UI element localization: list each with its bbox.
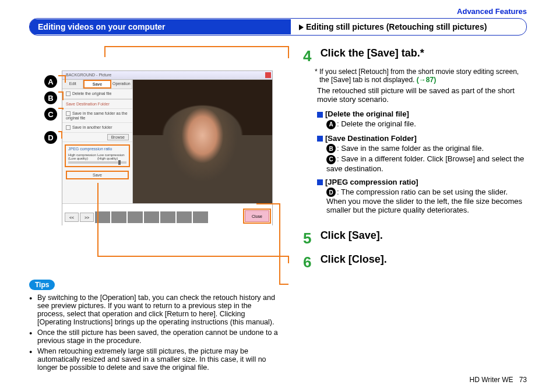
close-button[interactable]: Close (245, 210, 269, 222)
panel-tabs: Edit Save Operation (62, 80, 132, 89)
window-titlebar: BACKGROUND - Picture (62, 71, 272, 80)
tab-save[interactable]: Save (83, 80, 111, 89)
preview-area (133, 80, 272, 203)
strip-prev[interactable]: << (65, 213, 79, 222)
tip-item: When retouching extremely large still pi… (37, 347, 280, 372)
step-title: Click [Save]. (321, 229, 383, 241)
jpeg-section: JPEG compression ratio High compression … (65, 144, 130, 167)
page-footer: HD Writer WE 73 (470, 376, 527, 384)
callout-c: C (44, 108, 57, 121)
page-number: 73 (519, 376, 527, 384)
callout-d: D (44, 131, 57, 144)
compression-slider[interactable] (68, 161, 126, 164)
title-right: Editing still pictures (Retouching still… (291, 19, 526, 34)
thumbnail-strip: << >> Close (62, 203, 272, 231)
thumbnail[interactable] (111, 211, 126, 223)
option-delete-heading: [Delete the original file] (303, 110, 527, 118)
step-number: 6 (303, 253, 318, 271)
callout-b: B (44, 91, 57, 104)
row-same-label: Save in the same folder as the original … (66, 111, 128, 120)
thumbnail[interactable] (177, 211, 192, 223)
option-dest-body1: B: Save in the same folder as the origin… (303, 144, 527, 154)
option-dest-heading: [Save Destination Folder] (303, 134, 527, 143)
thumbnail[interactable] (193, 211, 208, 223)
row-delete-label: Delete the original file (72, 91, 111, 96)
tab-operation[interactable]: Operation (111, 80, 132, 89)
option-jpeg-body: D: The compression ratio can be set usin… (303, 188, 527, 215)
thumbnail[interactable] (144, 211, 159, 223)
play-icon (299, 24, 304, 30)
option-delete-body: A: Delete the original file. (303, 119, 527, 129)
bullet-icon (317, 112, 323, 118)
ref-a-icon: A (326, 120, 336, 129)
step-5: 5 Click [Save]. (303, 229, 527, 248)
thumbnail[interactable] (95, 211, 110, 223)
step-number: 5 (303, 229, 318, 248)
step-body: The retouched still picture will be save… (303, 86, 527, 104)
strip-next[interactable]: >> (80, 213, 94, 222)
row-delete-original[interactable]: Delete the original file (62, 89, 132, 99)
close-button-highlight: Close (243, 209, 271, 224)
page-link[interactable]: (→87) (417, 76, 436, 84)
checkbox-icon[interactable] (66, 91, 71, 96)
title-left: Editing videos on your computer (30, 19, 291, 34)
step-title: Click [Close]. (321, 253, 387, 265)
row-same-folder[interactable]: Save in the same folder as the original … (62, 109, 132, 123)
left-column: A B C D BACKGROUND - Picture Edit Save O… (29, 47, 280, 277)
radio-icon[interactable] (66, 125, 71, 130)
window-title-text: BACKGROUND - Picture (66, 73, 111, 77)
window-close-icon[interactable] (265, 72, 271, 78)
row-dest-header: Save Destination Folder (62, 99, 132, 109)
product-name: HD Writer WE (470, 376, 513, 384)
ref-b-icon: B (326, 144, 336, 153)
title-bar: Editing videos on your computer Editing … (29, 18, 527, 36)
row-other-folder[interactable]: Save in another folder (62, 123, 132, 133)
tip-item: Once the still picture has been saved, t… (37, 329, 280, 345)
section-header: Advanced Features (29, 7, 527, 16)
bullet-icon (317, 136, 323, 142)
option-jpeg-heading: [JPEG compression ratio] (303, 178, 527, 186)
step-6: 6 Click [Close]. (303, 253, 527, 271)
step-4: 4 Click the [Save] tab.* * If you select… (303, 47, 527, 214)
step-number: 4 (303, 47, 318, 65)
thumbnail[interactable] (128, 211, 143, 223)
row-browse: Browse (62, 133, 132, 142)
step-note: * If you select [Retouch] from the short… (303, 68, 527, 84)
thumbnail[interactable] (160, 211, 175, 223)
row-other-label: Save in another folder (72, 125, 112, 129)
radio-icon[interactable] (66, 111, 71, 116)
tip-item: By switching to the [Operation] tab, you… (37, 294, 280, 326)
slider-right-label: Low compression (High quality) (97, 153, 126, 160)
save-button[interactable]: Save (66, 171, 129, 179)
tips-label: Tips (29, 280, 55, 290)
slider-left-label: High compression (Low quality) (68, 153, 97, 160)
right-column: 4 Click the [Save] tab.* * If you select… (280, 47, 527, 277)
ref-c-icon: C (326, 155, 336, 164)
tab-edit[interactable]: Edit (62, 80, 83, 89)
title-right-text: Editing still pictures (Retouching still… (306, 22, 487, 31)
step-title: Click the [Save] tab.* (321, 47, 424, 59)
jpeg-header: JPEG compression ratio (68, 147, 126, 151)
app-screenshot: BACKGROUND - Picture Edit Save Operation… (62, 70, 273, 225)
ref-d-icon: D (326, 188, 336, 197)
browse-button[interactable]: Browse (107, 134, 129, 140)
save-panel: Edit Save Operation Delete the original … (62, 80, 133, 203)
option-dest-body2: C: Save in a different folder. Click [Br… (303, 154, 527, 173)
tips-list: By switching to the [Operation] tab, you… (29, 294, 280, 372)
callout-a: A (44, 75, 57, 88)
bullet-icon (317, 179, 323, 185)
